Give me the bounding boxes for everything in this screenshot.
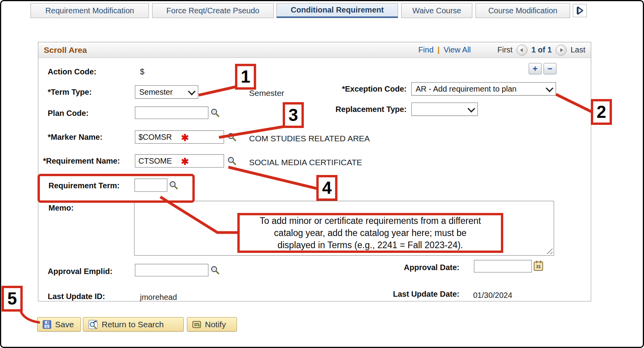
requirement-name-required-icon: ✱	[181, 156, 189, 167]
marker-name-label: *Marker Name:	[48, 133, 102, 142]
requirement-name-lookup-button[interactable]	[227, 156, 237, 167]
marker-name-input[interactable]	[135, 130, 224, 144]
chevron-down-icon	[468, 105, 475, 113]
tab-requirement-modification[interactable]: Requirement Modification	[30, 3, 149, 18]
row-position: 1 of 1	[531, 45, 552, 54]
requirement-term-input[interactable]	[135, 179, 167, 192]
return-to-search-button[interactable]: Return to Search	[83, 317, 184, 332]
plus-icon: +	[533, 65, 538, 73]
replacement-type-label: Replacement Type:	[252, 105, 407, 114]
prev-arrow-icon	[520, 48, 523, 52]
last-update-date-label: Last Update Date:	[305, 290, 459, 299]
find-link[interactable]: Find	[418, 45, 434, 54]
next-arrow-icon	[560, 48, 563, 52]
requirement-name-label: *Requirement Name:	[43, 157, 120, 166]
callout-1: 1	[235, 64, 256, 90]
requirement-term-lookup-button[interactable]	[169, 180, 178, 191]
requirement-term-label: Requirement Term:	[48, 181, 120, 190]
term-type-select[interactable]: Semester	[135, 85, 198, 99]
search-icon	[169, 180, 178, 190]
plan-code-input[interactable]	[135, 106, 208, 119]
callout-3: 3	[283, 102, 304, 128]
callout-4: 4	[316, 175, 337, 201]
last-link[interactable]: Last	[570, 45, 585, 54]
show-more-tabs-button[interactable]	[573, 4, 587, 17]
scroll-area-title: Scroll Area	[44, 45, 87, 55]
callout-5: 5	[2, 286, 23, 312]
delete-row-button[interactable]: −	[544, 63, 556, 74]
last-update-id-label: Last Update ID:	[48, 292, 105, 301]
save-icon	[42, 320, 52, 329]
replacement-type-select[interactable]	[411, 103, 478, 116]
search-icon	[210, 108, 220, 117]
notify-button[interactable]: Notify	[187, 317, 237, 332]
tab-force-reqt-create-pseudo[interactable]: Force Reqt/Create Pseudo	[152, 3, 274, 18]
tab-scroll-right-icon	[575, 5, 585, 16]
chevron-down-icon	[188, 88, 196, 96]
svg-text:31: 31	[536, 264, 541, 269]
term-type-label: *Term Type:	[48, 88, 92, 97]
tab-conditional-requirement[interactable]: Conditional Requirement	[276, 3, 398, 18]
action-code-value: $	[140, 67, 144, 76]
marker-name-description: COM STUDIES RELATED AREA	[249, 134, 370, 143]
conditional-requirement-page: Requirement Modification Force Reqt/Crea…	[0, 0, 644, 348]
callout-2: 2	[591, 99, 612, 125]
search-icon	[210, 265, 220, 275]
calendar-icon: 31	[533, 260, 544, 272]
first-link[interactable]: First	[497, 45, 513, 54]
approval-date-picker-button[interactable]: 31	[533, 260, 544, 273]
requirement-name-description: SOCIAL MEDIA CERTIFICATE	[249, 158, 362, 167]
tab-waive-course[interactable]: Waive Course	[401, 3, 472, 18]
marker-name-lookup-button[interactable]	[227, 132, 237, 143]
notify-icon	[192, 320, 201, 329]
exception-code-select[interactable]: AR - Add requirement to plan	[411, 82, 556, 96]
minus-icon: −	[547, 65, 553, 73]
plan-code-lookup-button[interactable]	[210, 108, 220, 119]
requirement-name-input[interactable]	[135, 154, 224, 168]
approval-emplid-label: Approval Emplid:	[48, 267, 113, 276]
search-icon	[227, 132, 237, 142]
memo-label: Memo:	[48, 204, 74, 213]
scroll-area-header: Scroll Area Find | View All First 1 of 1…	[38, 42, 591, 58]
action-code-label: Action Code:	[48, 67, 96, 76]
last-update-date-value: 01/30/2024	[473, 291, 512, 300]
next-row-button[interactable]	[556, 45, 567, 56]
annotation-box: To add minor or certificate requirements…	[237, 213, 503, 253]
save-button[interactable]: Save	[37, 317, 81, 332]
approval-emplid-lookup-button[interactable]	[210, 265, 220, 276]
add-row-button[interactable]: +	[529, 63, 542, 74]
view-all-link[interactable]: View All	[443, 45, 471, 54]
return-to-search-icon	[88, 319, 98, 330]
chevron-down-icon	[546, 85, 554, 92]
last-update-id-value: jmorehead	[140, 293, 177, 302]
search-icon	[227, 156, 237, 166]
approval-emplid-input[interactable]	[135, 264, 208, 276]
exception-code-label: *Exception Code:	[252, 85, 407, 94]
previous-row-button[interactable]	[517, 45, 527, 56]
plan-code-label: Plan Code:	[48, 109, 88, 118]
approval-date-label: Approval Date:	[305, 263, 459, 272]
tab-course-modification[interactable]: Course Modification	[475, 3, 570, 18]
nav-separator: |	[438, 45, 440, 54]
marker-name-required-icon: ✱	[181, 132, 189, 143]
approval-date-input[interactable]	[474, 260, 532, 272]
